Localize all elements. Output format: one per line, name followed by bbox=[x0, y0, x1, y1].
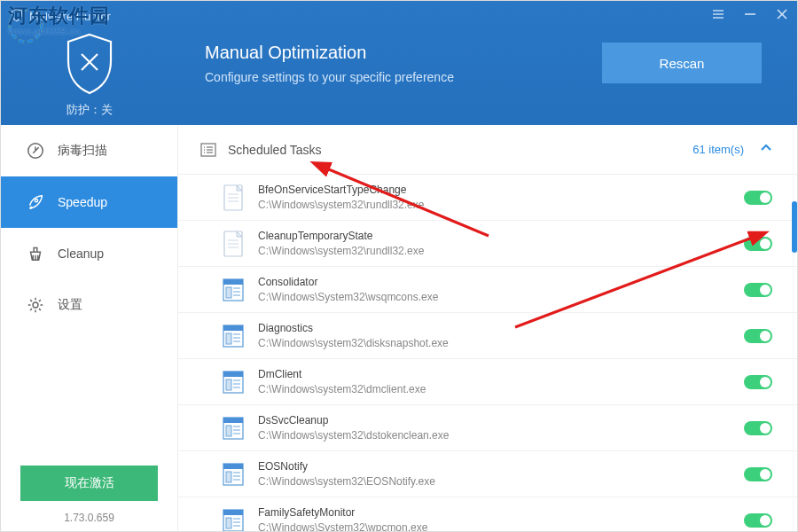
svg-rect-41 bbox=[223, 372, 243, 377]
protection-status: 防护：关 bbox=[66, 102, 113, 118]
task-info: CleanupTemporaryStateC:\Windows\system32… bbox=[258, 229, 744, 259]
page-subtitle: Configure settings to your specific pref… bbox=[205, 70, 454, 84]
task-row: FamilySafetyMonitorC:\Windows\System32\w… bbox=[178, 497, 797, 532]
document-icon bbox=[221, 230, 246, 258]
svg-rect-47 bbox=[223, 418, 243, 423]
task-name: Diagnostics bbox=[258, 321, 744, 336]
rescan-button[interactable]: Rescan bbox=[602, 43, 762, 83]
exe-window-icon bbox=[221, 506, 246, 533]
sidebar-item-settings[interactable]: 设置 bbox=[1, 279, 177, 331]
task-name: DsSvcCleanup bbox=[258, 413, 744, 428]
svg-point-11 bbox=[35, 200, 37, 202]
gear-icon bbox=[26, 295, 45, 315]
close-icon[interactable] bbox=[776, 8, 788, 23]
sidebar-item-label: 病毒扫描 bbox=[58, 143, 107, 159]
scrollbar-thumb[interactable] bbox=[792, 201, 797, 253]
sidebar-item-virus-scan[interactable]: 病毒扫描 bbox=[1, 125, 177, 176]
task-name: CleanupTemporaryState bbox=[258, 229, 744, 244]
watermark-text: 河东软件园 bbox=[8, 4, 110, 27]
sidebar-item-cleanup[interactable]: Cleanup bbox=[1, 228, 177, 279]
sidebar-item-label: Speedup bbox=[58, 195, 107, 209]
task-row: DmClientC:\Windows\system32\dmclient.exe bbox=[178, 359, 797, 405]
task-path: C:\Windows\system32\EOSNotify.exe bbox=[258, 474, 744, 489]
task-info: DmClientC:\Windows\system32\dmclient.exe bbox=[258, 367, 744, 397]
task-info: FamilySafetyMonitorC:\Windows\System32\w… bbox=[258, 505, 744, 532]
task-toggle[interactable] bbox=[744, 283, 772, 297]
task-path: C:\Windows\System32\wpcmon.exe bbox=[258, 520, 744, 533]
task-row: ConsolidatorC:\Windows\System32\wsqmcons… bbox=[178, 267, 797, 313]
task-toggle[interactable] bbox=[744, 467, 772, 481]
svg-rect-30 bbox=[226, 287, 231, 298]
activate-button[interactable]: 现在激活 bbox=[20, 466, 158, 501]
section-title: Scheduled Tasks bbox=[228, 143, 692, 157]
task-info: BfeOnServiceStartTypeChangeC:\Windows\sy… bbox=[258, 183, 744, 213]
task-info: DsSvcCleanupC:\Windows\system32\dstokenc… bbox=[258, 413, 744, 443]
task-toggle[interactable] bbox=[744, 513, 772, 528]
menu-icon[interactable] bbox=[712, 8, 724, 23]
exe-window-icon bbox=[221, 276, 246, 304]
app-header: 河东软件园 www.pc0359.cn Malware Hunter 防护：关 bbox=[1, 1, 797, 125]
task-info: EOSNotifyC:\Windows\system32\EOSNotify.e… bbox=[258, 459, 744, 489]
task-info: ConsolidatorC:\Windows\System32\wsqmcons… bbox=[258, 275, 744, 305]
window-controls bbox=[712, 8, 788, 23]
svg-rect-35 bbox=[223, 325, 243, 331]
task-toggle[interactable] bbox=[744, 421, 772, 435]
svg-rect-29 bbox=[223, 279, 243, 285]
task-toggle[interactable] bbox=[744, 375, 772, 389]
task-path: C:\Windows\system32\rundll32.exe bbox=[258, 244, 744, 259]
svg-point-12 bbox=[33, 302, 38, 308]
task-row: CleanupTemporaryStateC:\Windows\system32… bbox=[178, 221, 797, 267]
task-path: C:\Windows\system32\disksnapshot.exe bbox=[258, 336, 744, 351]
main-content[interactable]: Scheduled Tasks 61 item(s) BfeOnServiceS… bbox=[178, 125, 797, 532]
protection-shield-icon bbox=[61, 31, 118, 97]
minimize-icon[interactable] bbox=[744, 8, 756, 23]
svg-rect-59 bbox=[223, 510, 243, 515]
sidebar-item-speedup[interactable]: Speedup bbox=[1, 176, 177, 228]
watermark-overlay: 河东软件园 www.pc0359.cn bbox=[8, 3, 110, 36]
sidebar-item-label: 设置 bbox=[58, 297, 82, 313]
section-count: 61 item(s) bbox=[692, 143, 744, 156]
task-row: DsSvcCleanupC:\Windows\system32\dstokenc… bbox=[178, 405, 797, 451]
svg-rect-36 bbox=[226, 333, 231, 344]
app-body: 病毒扫描 Speedup Cleanup 设置 现在激活 1.73.0.659 bbox=[1, 125, 797, 532]
task-row: DiagnosticsC:\Windows\system32\disksnaps… bbox=[178, 313, 797, 359]
task-row: EOSNotifyC:\Windows\system32\EOSNotify.e… bbox=[178, 451, 797, 497]
task-name: EOSNotify bbox=[258, 459, 744, 474]
exe-window-icon bbox=[221, 460, 246, 489]
svg-rect-54 bbox=[226, 472, 231, 482]
task-name: Consolidator bbox=[258, 275, 744, 290]
chevron-up-icon[interactable] bbox=[760, 142, 772, 158]
task-path: C:\Windows\system32\rundll32.exe bbox=[258, 198, 744, 213]
header-title-block: Manual Optimization Configure settings t… bbox=[205, 43, 454, 84]
svg-rect-42 bbox=[226, 379, 231, 390]
svg-rect-48 bbox=[226, 426, 231, 436]
task-name: BfeOnServiceStartTypeChange bbox=[258, 183, 744, 198]
task-name: FamilySafetyMonitor bbox=[258, 505, 744, 520]
page-title: Manual Optimization bbox=[205, 43, 454, 63]
task-toggle[interactable] bbox=[744, 237, 772, 251]
list-icon bbox=[200, 141, 217, 159]
exe-window-icon bbox=[221, 368, 246, 396]
task-toggle[interactable] bbox=[744, 191, 772, 205]
sidebar-spacer bbox=[1, 331, 177, 466]
section-header-scheduled-tasks[interactable]: Scheduled Tasks 61 item(s) bbox=[178, 125, 797, 175]
version-label: 1.73.0.659 bbox=[1, 512, 177, 524]
svg-rect-53 bbox=[223, 464, 243, 469]
sidebar-item-label: Cleanup bbox=[58, 246, 104, 261]
task-info: DiagnosticsC:\Windows\system32\disksnaps… bbox=[258, 321, 744, 351]
header-main: Manual Optimization Configure settings t… bbox=[178, 1, 797, 125]
task-list: BfeOnServiceStartTypeChangeC:\Windows\sy… bbox=[178, 175, 797, 532]
document-icon bbox=[221, 184, 246, 212]
task-path: C:\Windows\System32\wsqmcons.exe bbox=[258, 290, 744, 305]
speedup-icon bbox=[26, 192, 45, 212]
cleanup-icon bbox=[26, 244, 45, 263]
task-path: C:\Windows\system32\dstokenclean.exe bbox=[258, 428, 744, 443]
virus-scan-icon bbox=[26, 141, 45, 160]
sidebar: 病毒扫描 Speedup Cleanup 设置 现在激活 1.73.0.659 bbox=[1, 125, 178, 532]
watermark-url: www.pc0359.cn bbox=[8, 26, 110, 36]
task-row: BfeOnServiceStartTypeChangeC:\Windows\sy… bbox=[178, 175, 797, 221]
task-path: C:\Windows\system32\dmclient.exe bbox=[258, 382, 744, 397]
svg-rect-60 bbox=[226, 518, 231, 528]
task-toggle[interactable] bbox=[744, 329, 772, 343]
exe-window-icon bbox=[221, 322, 246, 350]
